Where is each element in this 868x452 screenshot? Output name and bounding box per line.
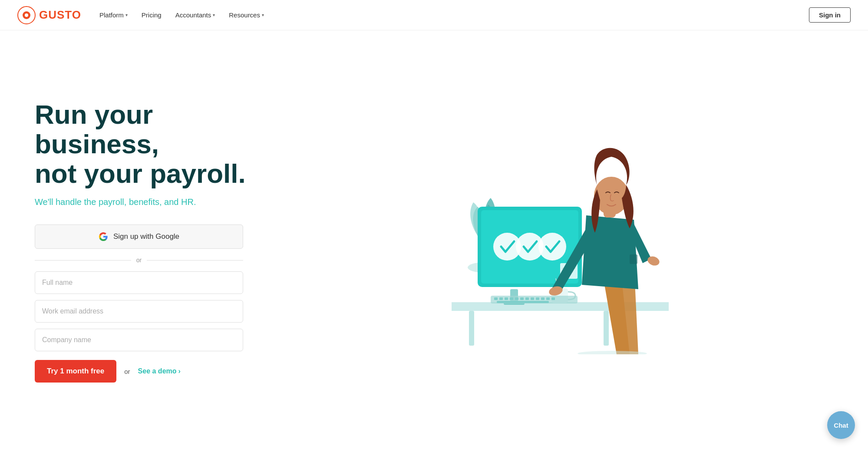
svg-rect-24 (546, 297, 550, 300)
illustration-svg (417, 129, 677, 354)
svg-rect-3 (604, 311, 609, 346)
arrow-icon: › (178, 367, 181, 375)
nav-pricing[interactable]: Pricing (136, 8, 167, 22)
signin-button[interactable]: Sign in (809, 7, 851, 23)
nav-links: Platform ▾ Pricing Accountants ▾ Resourc… (94, 8, 809, 22)
divider-line-left (35, 260, 131, 261)
hero-content: Run your business, not your payroll. We'… (35, 100, 261, 383)
illustration-container (417, 129, 677, 354)
svg-rect-2 (469, 311, 474, 346)
chat-bubble[interactable]: Chat (827, 411, 855, 439)
google-signup-button[interactable]: Sign up with Google (35, 224, 243, 249)
nav-platform[interactable]: Platform ▾ (94, 8, 133, 22)
signup-form: Sign up with Google or Try 1 month free … (35, 224, 243, 383)
logo-link[interactable]: GUSTO (17, 6, 81, 24)
see-demo-link[interactable]: See a demo › (138, 367, 181, 375)
svg-rect-22 (536, 297, 539, 300)
svg-rect-18 (515, 297, 518, 300)
svg-rect-23 (541, 297, 545, 300)
svg-rect-16 (505, 297, 508, 300)
hero-illustration (261, 129, 833, 354)
chevron-down-icon: ▾ (262, 13, 264, 17)
logo-text: GUSTO (39, 8, 81, 22)
hero-title: Run your business, not your payroll. (35, 100, 261, 189)
company-input[interactable] (35, 329, 243, 351)
logo-inner (23, 11, 30, 19)
email-input[interactable] (35, 300, 243, 323)
hero-subtitle: We'll handle the payroll, benefits, and … (35, 197, 261, 207)
logo-icon (17, 6, 36, 24)
svg-rect-31 (630, 254, 637, 264)
chevron-down-icon: ▾ (213, 13, 215, 17)
navigation: GUSTO Platform ▾ Pricing Accountants ▾ R… (0, 0, 868, 30)
svg-rect-21 (531, 297, 534, 300)
google-icon (99, 232, 108, 241)
or-label: or (124, 368, 130, 375)
svg-rect-14 (494, 297, 498, 300)
nav-resources[interactable]: Resources ▾ (224, 8, 269, 22)
svg-rect-26 (497, 301, 549, 303)
svg-rect-20 (525, 297, 529, 300)
svg-rect-15 (499, 297, 503, 300)
svg-rect-25 (551, 297, 555, 300)
full-name-input[interactable] (35, 271, 243, 294)
svg-rect-19 (520, 297, 524, 300)
hero-section: Run your business, not your payroll. We'… (0, 30, 868, 452)
form-actions: Try 1 month free or See a demo › (35, 360, 243, 383)
divider-line-right (147, 260, 243, 261)
try-free-button[interactable]: Try 1 month free (35, 360, 116, 383)
nav-accountants[interactable]: Accountants ▾ (170, 8, 221, 22)
svg-rect-17 (510, 297, 513, 300)
svg-point-10 (538, 233, 566, 261)
chevron-down-icon: ▾ (125, 13, 128, 17)
divider: or (35, 257, 243, 264)
